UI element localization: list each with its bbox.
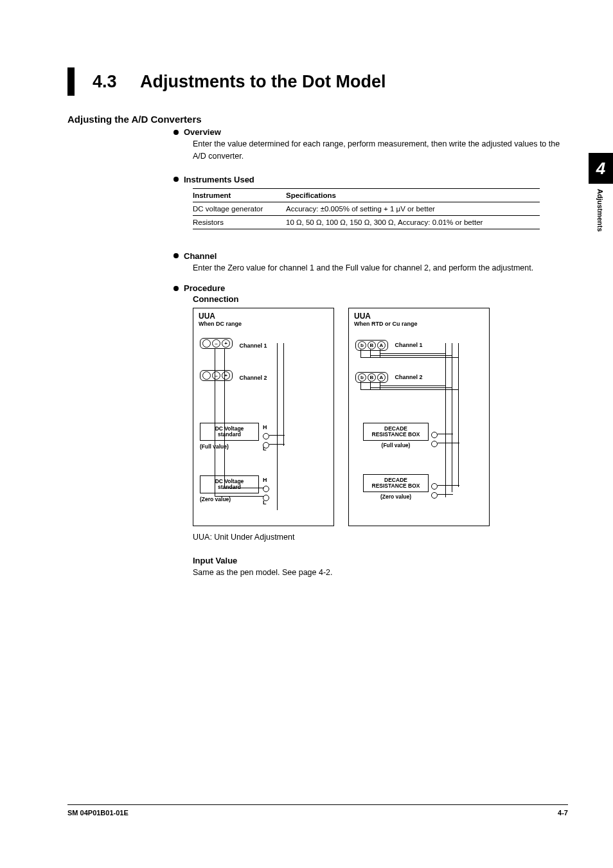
footer-right: 4-7 [558,809,568,817]
section-title-text: Adjustments to the Dot Model [140,72,386,91]
ch1-label: Channel 1 [395,342,422,348]
tab-number: 4 [589,153,613,184]
wire [380,353,446,354]
wire [438,443,459,443]
port [431,492,438,499]
wire [283,343,284,446]
section-marker [67,67,75,96]
overview-label: Overview [184,127,221,137]
pin-blank [202,371,211,380]
src-name: DECADE RESISTANCE BOX [367,477,425,489]
wire [224,348,225,488]
pin-plus: + [222,371,230,380]
port-H [263,486,269,492]
instruments-label: Instruments Used [184,175,254,184]
wire [438,494,453,495]
table-cell: Resistors [193,215,286,229]
table-cell: Accuracy: ±0.005% of setting + 1 μV or b… [286,202,540,215]
section-number: 4.3 [93,72,117,91]
uua-title: UUA [354,312,484,321]
wire [360,357,459,358]
pin-b: b [358,373,366,382]
table-cell: DC voltage generator [193,202,286,215]
wire [438,434,453,434]
pin-A: A [377,341,386,350]
wire [360,389,459,390]
src-name: DC Voltage standard [204,426,255,438]
footer-left: SM 04P01B01-01E [67,809,129,817]
connection-diagrams: UUA When DC range – + Channel 1 – + Chan… [193,308,568,526]
ch2-terminal: – + Channel 2 [200,370,267,382]
wire [269,435,285,436]
wire [370,350,371,357]
ch1-label: Channel 1 [239,342,267,349]
subsection-heading: Adjusting the A/D Converters [67,114,568,125]
procedure-label: Procedure [184,283,225,293]
full-label: (Full value) [200,444,259,450]
bullet-icon [173,130,179,135]
dc-diagram: UUA When DC range – + Channel 1 – + Chan… [193,308,334,526]
th-instrument: Instrument [193,188,286,202]
section-title: 4.3 Adjustments to the Dot Model [93,72,386,92]
uua-subtitle: When RTD or Cu range [354,321,484,327]
wire [438,485,459,486]
pin-minus: – [212,339,220,348]
wire [269,444,285,445]
bullet-icon [173,286,179,291]
zero-label: (Zero value) [200,497,259,502]
tab-label: Adjustments [596,189,604,232]
ch2-terminal: b B A Channel 2 [355,370,422,383]
src-name: DECADE RESISTANCE BOX [367,426,425,438]
th-spec: Specifications [286,188,540,202]
uua-caption: UUA: Unit Under Adjustment [193,531,568,544]
bullet-icon [173,177,179,182]
wire [277,343,278,510]
table-cell: 10 Ω, 50 Ω, 100 Ω, 150 Ω, 300 Ω, Accurac… [286,215,540,229]
wire [445,343,446,497]
wire [360,382,361,389]
wire [370,387,452,388]
wire [452,343,452,492]
uua-subtitle: When DC range [199,321,328,327]
wire [360,350,361,357]
wire [380,385,446,386]
dc-source-full: DC Voltage standard (Full value) [200,423,259,450]
channel-text: Enter the Zero value for channel 1 and t… [193,262,568,274]
side-tab: 4 Adjustments [589,153,613,232]
pin-B: B [368,373,376,382]
port [431,483,438,490]
port [431,432,438,438]
wire [370,382,371,389]
rtd-diagram: UUA When RTD or Cu range b B A Channel 1… [348,308,490,526]
pin-blank [202,339,211,348]
full-label: (Full value) [363,443,429,448]
port [431,441,438,447]
port-H-label: H [263,477,267,483]
pin-b: b [358,341,366,350]
dc-source-zero: DC Voltage standard (Zero value) [200,475,259,502]
channel-label: Channel [184,251,217,261]
port-L [263,442,269,448]
port-H-label: H [263,424,267,430]
bullet-icon [173,253,179,258]
ch1-terminal: b B A Channel 1 [355,338,422,351]
decade-box-full: DECADE RESISTANCE BOX (Full value) [363,423,429,448]
ch1-terminal: – + Channel 1 [200,338,267,350]
pin-plus: + [222,339,230,348]
decade-box-zero: DECADE RESISTANCE BOX (Zero value) [363,474,429,500]
zero-label: (Zero value) [363,494,429,500]
wire [458,343,459,487]
page-footer: SM 04P01B01-01E 4-7 [67,804,568,817]
port-H [263,433,269,439]
pin-minus: – [212,371,220,380]
wire [215,348,215,496]
overview-text: Enter the value determined for each rang… [193,138,568,163]
wire [224,488,264,488]
pin-A: A [377,373,386,382]
pin-B: B [368,341,376,350]
input-value-label: Input Value [193,556,568,565]
ch2-label: Channel 2 [395,374,422,380]
instruments-table: Instrument Specifications DC voltage gen… [193,188,540,229]
wire [370,355,452,356]
uua-title: UUA [199,312,328,321]
